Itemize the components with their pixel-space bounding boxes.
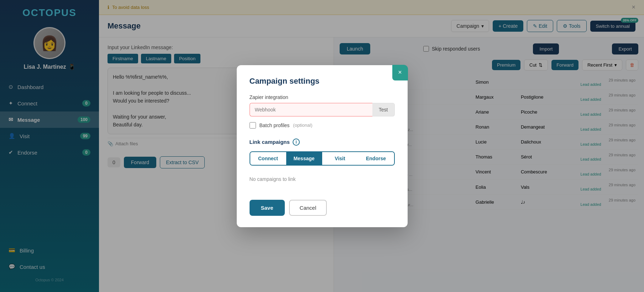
batch-label: Batch profiles	[260, 122, 290, 128]
optional-label: (optional)	[293, 122, 312, 128]
batch-row: Batch profiles (optional)	[250, 122, 395, 129]
tab-connect[interactable]: Connect	[250, 152, 286, 165]
webhook-input[interactable]	[250, 103, 372, 116]
modal-overlay: × Campaign settings Zapier integration T…	[0, 0, 644, 292]
save-button[interactable]: Save	[250, 200, 285, 216]
webhook-row: Test	[250, 103, 395, 116]
tab-visit[interactable]: Visit	[322, 152, 358, 165]
link-campaign-tabs: Connect Message Visit Endorse	[250, 151, 395, 166]
modal-title: Campaign settings	[250, 77, 395, 86]
cancel-button[interactable]: Cancel	[289, 200, 327, 216]
tab-message[interactable]: Message	[286, 152, 322, 165]
batch-profiles-checkbox[interactable]	[250, 122, 256, 129]
modal-close-button[interactable]: ×	[392, 65, 408, 80]
tab-endorse[interactable]: Endorse	[358, 152, 394, 165]
no-campaigns-text: No campaigns to link	[250, 173, 395, 186]
info-icon: i	[293, 139, 300, 146]
link-campaigns-label: Link campaigns	[250, 139, 290, 145]
zapier-label: Zapier integration	[250, 94, 395, 100]
link-campaigns-row: Link campaigns i	[250, 139, 395, 146]
test-button[interactable]: Test	[372, 103, 395, 116]
campaign-settings-modal: × Campaign settings Zapier integration T…	[237, 65, 408, 227]
modal-actions: Save Cancel	[250, 200, 395, 216]
